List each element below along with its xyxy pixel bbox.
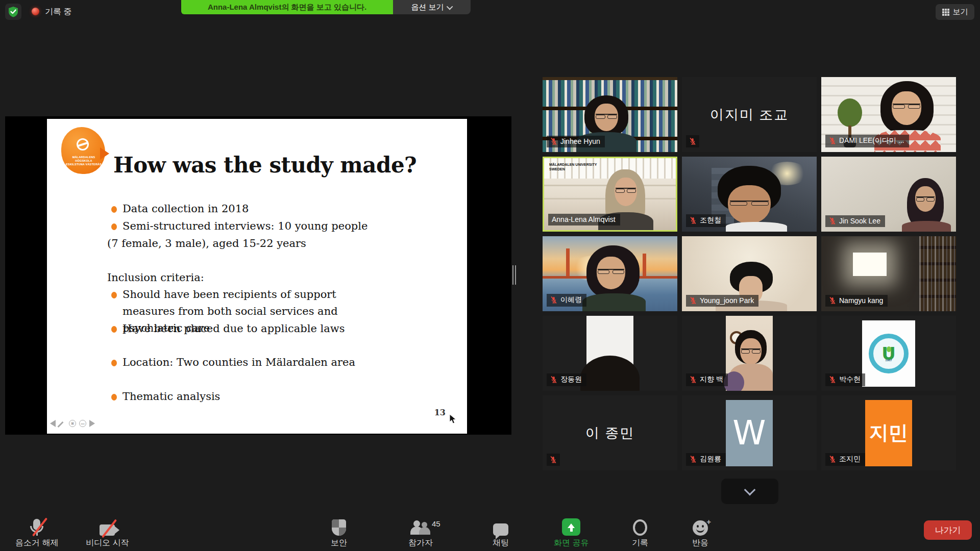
- bookshelf-art: [919, 236, 956, 311]
- video-tile-jang-dong-won[interactable]: 장동원: [543, 316, 677, 391]
- share-screen-button[interactable]: 화면 공유: [554, 517, 589, 548]
- panel-resize-handle[interactable]: [512, 265, 517, 285]
- participant-name-label: Young_joon Park: [686, 295, 758, 307]
- participant-name-label: Namgyu kang: [825, 295, 888, 307]
- video-tile-jin-sook-lee[interactable]: Jin Sook Lee: [821, 157, 956, 232]
- unmute-label: 음소거 해제: [15, 538, 58, 548]
- reactions-button[interactable]: + 반응: [692, 517, 708, 548]
- collapse-gallery-button[interactable]: [721, 479, 778, 504]
- participant-name: DAMI LEE(이다미 ...: [839, 136, 904, 145]
- unmute-button[interactable]: 음소거 해제: [15, 517, 58, 548]
- bridge-tower: [566, 248, 570, 277]
- slide-bullet: Thematic analysis: [122, 388, 388, 405]
- leave-meeting-button[interactable]: 나가기: [924, 520, 972, 540]
- participant-display-name: 이지미 조교: [682, 77, 817, 152]
- previous-slide-icon[interactable]: [50, 420, 56, 427]
- muted-mic-icon: [829, 455, 836, 463]
- logo-blob-shape: [61, 127, 105, 174]
- slide-nav-controls[interactable]: ▣ •••: [50, 420, 95, 427]
- muted-mic-icon: [690, 455, 697, 463]
- muted-mic-icon: [690, 216, 697, 224]
- muted-mic-icon: [550, 456, 557, 464]
- chat-button[interactable]: 채팅: [493, 517, 509, 548]
- participants-label: 참가자: [408, 538, 433, 548]
- start-video-label: 비디오 시작: [86, 538, 129, 548]
- start-video-button[interactable]: 비디오 시작: [86, 517, 129, 548]
- leave-label: 나가기: [935, 524, 961, 536]
- letter-avatar: W: [726, 400, 773, 466]
- participants-count: 45: [432, 519, 440, 528]
- share-screen-icon: [562, 518, 580, 536]
- chat-bubble-icon: [493, 523, 508, 536]
- ceiling-light-panel: [853, 253, 887, 276]
- video-tile-anna-lena-almqvist-active-speaker[interactable]: MÄLARDALEN UNIVERSITY SWEDEN Anna-Lena A…: [543, 157, 677, 232]
- camera-off-icon: [100, 520, 115, 536]
- association-logo-avatar: U 1967: [862, 320, 915, 387]
- muted-mic-icon: [550, 137, 557, 145]
- muted-mic-icon: [550, 296, 557, 304]
- participant-name-label: 지향 백: [686, 373, 728, 386]
- video-tile-lee-hye-ryung[interactable]: 이혜령: [543, 236, 677, 311]
- video-tile-cho-ji-min[interactable]: 지민 조지민: [821, 395, 956, 470]
- slide-section-heading: Inclusion criteria:: [107, 269, 373, 286]
- video-tile-lee-jong-min[interactable]: 이 종민: [543, 395, 677, 470]
- participants-icon: [410, 520, 431, 536]
- muted-mic-icon: [829, 137, 836, 145]
- pen-tool-icon[interactable]: [59, 420, 66, 427]
- participant-name-label: 김원룡: [686, 453, 726, 466]
- meeting-toolbar: 음소거 해제 비디오 시작 보안 45 참가자 채팅 화면 공유 기록: [0, 514, 980, 551]
- participant-name: Namgyu kang: [839, 296, 883, 305]
- view-label: 보기: [953, 7, 968, 17]
- security-button[interactable]: 보안: [331, 517, 347, 548]
- share-screen-label: 화면 공유: [554, 538, 589, 548]
- video-tile-cho-hyun-chul[interactable]: 조현철: [682, 157, 817, 232]
- portrait-video-strip: [726, 316, 773, 391]
- video-tile-kim-won-ryong[interactable]: W 김원룡: [682, 395, 817, 470]
- more-options-icon[interactable]: •••: [79, 420, 86, 427]
- participant-name-label: 조지민: [825, 453, 865, 466]
- reactions-smiley-icon: +: [693, 520, 708, 536]
- video-tile-dami-lee[interactable]: DAMI LEE(이다미 ...: [821, 77, 956, 152]
- video-tile-young-joon-park[interactable]: Young_joon Park: [682, 236, 817, 311]
- participant-name-label: DAMI LEE(이다미 ...: [825, 135, 909, 147]
- view-options-label: 옵션 보기: [411, 3, 444, 12]
- participant-display-name: 이 종민: [543, 395, 677, 470]
- chevron-down-icon: [744, 484, 756, 496]
- participant-name-label: Anna-Lena Almqvist: [548, 214, 620, 226]
- participant-name: 김원룡: [700, 455, 721, 464]
- presentation-slide: MÄLARDALENS HÖGSKOLA ESKILSTUNA VÄSTERÅS…: [47, 119, 467, 434]
- participant-name-label: 이혜령: [547, 294, 586, 307]
- participant-name: Jinhee Hyun: [560, 137, 600, 145]
- laser-pointer-icon[interactable]: ▣: [69, 420, 76, 427]
- shield-check-icon: [8, 6, 18, 17]
- security-shield-button[interactable]: [5, 4, 21, 20]
- top-bar: 기록 중 Anna-Lena Almqvist의 화면을 보고 있습니다. 옵션…: [0, 0, 980, 22]
- name-avatar: 지민: [865, 400, 912, 466]
- video-tile-lee-jimi[interactable]: 이지미 조교: [682, 77, 817, 152]
- participant-name: 조지민: [839, 455, 861, 464]
- chevron-down-icon: [446, 3, 453, 10]
- university-logo-line2: SWEDEN: [549, 167, 565, 171]
- participant-name: Jin Sook Lee: [839, 217, 880, 225]
- participant-name-label: Jin Sook Lee: [825, 215, 885, 227]
- recording-status-label: 기록 중: [45, 7, 71, 17]
- view-button[interactable]: 보기: [936, 4, 974, 20]
- muted-mic-icon: [829, 217, 836, 225]
- record-button[interactable]: 기록: [632, 517, 648, 548]
- topiary-tree: [838, 98, 862, 127]
- muted-mic-icon: [829, 296, 836, 305]
- chat-label: 채팅: [493, 538, 509, 548]
- participants-button[interactable]: 45 참가자: [408, 517, 433, 548]
- video-tile-jinhee-hyun[interactable]: Jinhee Hyun: [543, 77, 677, 152]
- muted-mic-icon: [690, 375, 697, 384]
- next-slide-icon[interactable]: [89, 420, 95, 427]
- logo-text-line2: ESKILSTUNA VÄSTERÅS: [66, 163, 102, 166]
- video-tile-namgyu-kang[interactable]: Namgyu kang: [821, 236, 956, 311]
- participant-mute-badge: [686, 135, 699, 147]
- view-options-button[interactable]: 옵션 보기: [393, 0, 471, 14]
- university-logo-line1: MÄLARDALEN UNIVERSITY: [549, 163, 597, 166]
- muted-mic-icon: [550, 375, 557, 384]
- video-tile-park-su-hyun[interactable]: U 1967 박수현: [821, 316, 956, 391]
- video-tile-jihyang-baek[interactable]: 지향 백: [682, 316, 817, 391]
- participant-name: 장동원: [560, 375, 582, 384]
